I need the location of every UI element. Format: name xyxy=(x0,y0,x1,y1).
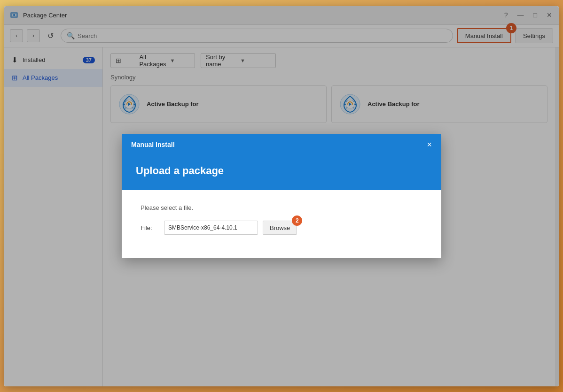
modal-file-row: File: SMBService-x86_64-4.10.1 Browse 2 xyxy=(141,221,422,235)
manual-install-modal: Manual Install × Upload a package Please… xyxy=(122,134,441,258)
modal-overlay: Manual Install × Upload a package Please… xyxy=(4,47,559,386)
modal-file-label: File: xyxy=(141,224,159,231)
modal-body: Please select a file. File: SMBService-x… xyxy=(122,190,441,258)
step2-badge: 2 xyxy=(292,215,302,226)
modal-header: Manual Install × xyxy=(122,134,441,155)
modal-instruction: Please select a file. xyxy=(141,204,422,211)
modal-file-value: SMBService-x86_64-4.10.1 xyxy=(168,224,237,231)
modal-file-input: SMBService-x86_64-4.10.1 xyxy=(164,221,258,235)
modal-close-button[interactable]: × xyxy=(427,140,432,149)
app-window: Package Center ? — □ ✕ ‹ › ↺ 🔍 Manual In… xyxy=(4,6,559,386)
modal-body-header: Upload a package xyxy=(122,155,441,190)
modal-body-title: Upload a package xyxy=(136,165,224,177)
main-layout: ⬇ Installed 37 ⊞ All Packages ⊞ All Pack… xyxy=(4,47,559,386)
browse-btn-wrap: Browse 2 xyxy=(263,221,297,235)
modal-header-title: Manual Install xyxy=(131,141,175,148)
